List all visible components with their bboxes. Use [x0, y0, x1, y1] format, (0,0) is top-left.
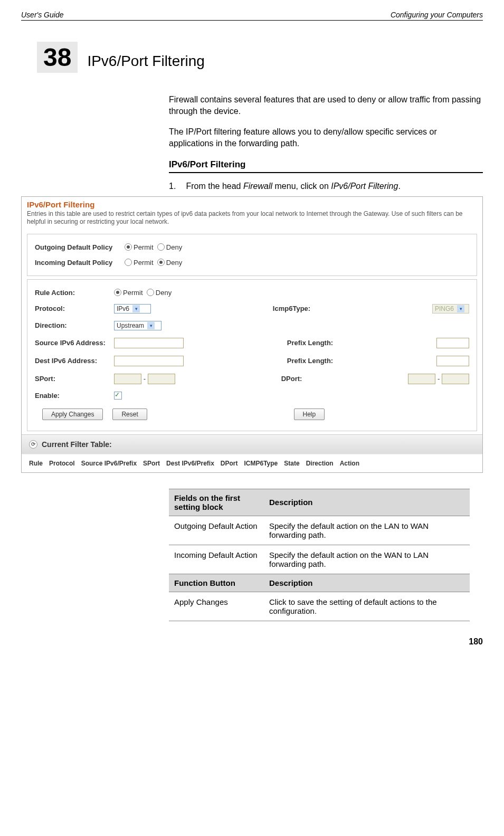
source-ipv6-input[interactable] [114, 338, 184, 348]
outgoing-permit-radio[interactable] [125, 243, 132, 251]
rule-deny-radio[interactable] [147, 289, 154, 296]
step-text-a: From the head [186, 182, 243, 191]
rule-permit-label: Permit [123, 289, 143, 297]
default-policy-box: Outgoing Default Policy Permit Deny Inco… [27, 234, 477, 276]
rule-action-label: Rule Action: [35, 289, 114, 297]
outgoing-policy-label: Outgoing Default Policy [35, 243, 125, 251]
rule-settings-box: Rule Action: Permit Deny Protocol: IPv6 … [27, 279, 477, 431]
outgoing-deny-radio[interactable] [157, 243, 165, 251]
filter-table-headers: Rule Protocol Source IPv6/Prefix SPort D… [22, 454, 482, 472]
source-prefix-input[interactable] [436, 338, 469, 348]
incoming-permit-label: Permit [134, 259, 154, 267]
rule-deny-label: Deny [156, 289, 172, 297]
sport-to-input[interactable] [148, 374, 175, 384]
dport-from-input[interactable] [408, 374, 435, 384]
table-row: Apply Changes Click to save the setting … [169, 592, 470, 621]
icmp6type-select[interactable]: PING6 ▾ [432, 304, 469, 314]
source-ipv6-label: Source IPv6 Address: [35, 339, 114, 347]
chevron-down-icon: ▾ [147, 322, 155, 329]
refresh-icon: ⟳ [29, 440, 37, 449]
direction-value: Upstream [117, 322, 144, 329]
cell-incoming-desc: Specify the default action on the WAN to… [264, 545, 470, 574]
panel-description: Entries in this table are used to restri… [22, 209, 482, 231]
icmp6type-value: PING6 [435, 305, 454, 312]
dest-prefix-input[interactable] [436, 356, 469, 366]
outgoing-permit-label: Permit [134, 243, 154, 251]
chapter-number: 38 [37, 42, 78, 73]
col-protocol: Protocol [49, 460, 75, 467]
col-direction: Direction [306, 460, 334, 467]
reset-button[interactable]: Reset [112, 408, 147, 420]
table-header-function: Function Button [169, 574, 264, 592]
header-left: User's Guide [21, 11, 63, 19]
step-text-firewall: Firewall [243, 182, 272, 191]
dport-to-input[interactable] [442, 374, 469, 384]
protocol-select[interactable]: IPv6 ▾ [114, 304, 151, 314]
sport-from-input[interactable] [114, 374, 141, 384]
page-header: User's Guide Configuring your Computers [21, 11, 483, 21]
col-dport: DPort [221, 460, 238, 467]
apply-changes-button[interactable]: Apply Changes [42, 408, 103, 420]
cell-apply-changes: Apply Changes [169, 592, 264, 621]
table-header-description: Description [264, 489, 470, 516]
step-1: 1. From the head Firewall menu, click on… [169, 182, 483, 191]
step-number: 1. [169, 182, 184, 191]
current-filter-header: ⟳ Current Filter Table: [22, 434, 482, 454]
col-rule: Rule [29, 460, 43, 467]
step-text-c: . [398, 182, 400, 191]
panel-title: IPv6/Port Filtering [22, 197, 482, 209]
header-right: Configuring your Computers [391, 11, 483, 19]
description-table: Fields on the first setting block Descri… [169, 489, 470, 621]
cell-outgoing-action: Outgoing Default Action [169, 516, 264, 545]
table-row: Outgoing Default Action Specify the defa… [169, 516, 470, 545]
sport-label: SPort: [35, 375, 114, 383]
config-screenshot: IPv6/Port Filtering Entries in this tabl… [21, 196, 483, 473]
step-text-b: menu, click on [272, 182, 331, 191]
chevron-down-icon: ▾ [457, 305, 464, 312]
page-number: 180 [21, 637, 483, 647]
incoming-permit-radio[interactable] [125, 259, 132, 266]
dest-ipv6-input[interactable] [114, 356, 184, 366]
current-filter-label: Current Filter Table: [42, 440, 112, 449]
protocol-label: Protocol: [35, 305, 114, 312]
enable-label: Enable: [35, 392, 114, 400]
table-row: Incoming Default Action Specify the defa… [169, 545, 470, 574]
incoming-policy-label: Incoming Default Policy [35, 259, 125, 267]
col-source: Source IPv6/Prefix [81, 460, 137, 467]
incoming-deny-label: Deny [166, 259, 182, 267]
intro-paragraph-2: The IP/Port filtering feature allows you… [169, 126, 483, 150]
help-button[interactable]: Help [294, 408, 325, 420]
col-sport: SPort [143, 460, 160, 467]
col-action: Action [340, 460, 359, 467]
col-icmp: ICMP6Type [244, 460, 278, 467]
source-prefix-label: Prefix Length: [287, 339, 333, 347]
table-header-fields: Fields on the first setting block [169, 489, 264, 516]
rule-permit-radio[interactable] [114, 289, 121, 296]
chevron-down-icon: ▾ [132, 305, 140, 312]
cell-apply-desc: Click to save the setting of default act… [264, 592, 470, 621]
sport-dash: - [144, 375, 146, 383]
outgoing-deny-label: Deny [166, 243, 182, 251]
dest-ipv6-label: Dest IPv6 Address: [35, 357, 114, 365]
icmp6type-label: Icmp6Type: [273, 305, 310, 312]
protocol-value: IPv6 [117, 305, 129, 312]
direction-select[interactable]: Upstream ▾ [114, 321, 161, 330]
step-text-menu: IPv6/Port Filtering [331, 182, 398, 191]
enable-checkbox[interactable] [114, 392, 122, 400]
cell-incoming-action: Incoming Default Action [169, 545, 264, 574]
section-heading: IPv6/Port Filtering [169, 159, 483, 173]
cell-outgoing-desc: Specify the default action on the LAN to… [264, 516, 470, 545]
direction-label: Direction: [35, 321, 114, 329]
dport-label: DPort: [281, 375, 302, 383]
chapter-title: 38 IPv6/Port Filtering [37, 42, 483, 73]
col-state: State [284, 460, 299, 467]
dport-dash: - [438, 375, 440, 383]
incoming-deny-radio[interactable] [157, 259, 165, 266]
dest-prefix-label: Prefix Length: [287, 357, 333, 365]
chapter-heading: IPv6/Port Filtering [87, 53, 205, 70]
col-dest: Dest IPv6/Prefix [166, 460, 214, 467]
intro-paragraph-1: Firewall contains several features that … [169, 94, 483, 118]
table-header-description-2: Description [264, 574, 470, 592]
